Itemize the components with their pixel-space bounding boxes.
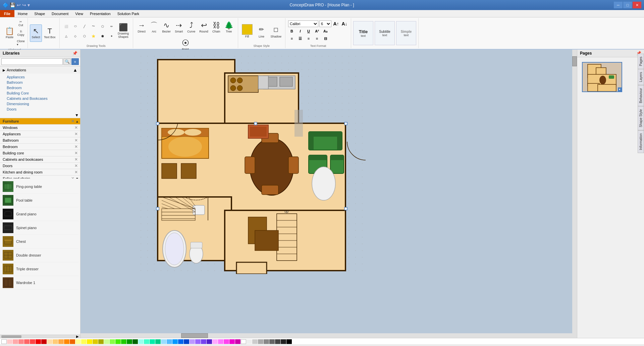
annotations-scroll-down[interactable]: ▼: [75, 113, 79, 118]
lib-appliances-close[interactable]: ✕: [73, 132, 79, 136]
color-swatch-36[interactable]: [207, 339, 212, 344]
smart-button[interactable]: ⇢ Smart: [173, 19, 185, 36]
color-swatch-9[interactable]: [53, 339, 58, 344]
quick-access-redo[interactable]: ↪: [22, 2, 26, 8]
draw-s3-button[interactable]: ⬡: [80, 31, 89, 41]
canvas-hscroll[interactable]: [80, 333, 572, 338]
round-button[interactable]: ↩ Round: [198, 19, 210, 36]
font-family-select[interactable]: Calibri: [288, 20, 318, 27]
quick-access-save[interactable]: 💾: [10, 2, 15, 8]
lib-windows[interactable]: Windows ✕: [0, 125, 80, 131]
lib-sofas-close[interactable]: ✕: [70, 176, 75, 179]
minimize-button[interactable]: ─: [614, 2, 623, 8]
menu-file[interactable]: File: [0, 10, 14, 17]
curve-button[interactable]: ⤴ Curve: [185, 19, 197, 36]
fill-button[interactable]: Fill: [240, 22, 254, 40]
shape-grand-piano[interactable]: Grand piano: [1, 207, 79, 221]
color-swatch-17[interactable]: [98, 339, 104, 344]
menu-document[interactable]: Document: [48, 10, 72, 17]
lib-doors[interactable]: Doors ✕: [0, 163, 80, 169]
quick-access-more[interactable]: ▾: [28, 2, 30, 8]
subscript-button[interactable]: A₂: [322, 28, 329, 34]
lib-bedroom-close[interactable]: ✕: [73, 144, 79, 149]
color-swatch-25[interactable]: [144, 339, 149, 344]
simple-text-button[interactable]: Simple text: [396, 21, 416, 45]
color-swatch-28[interactable]: [161, 339, 166, 344]
color-swatch-6[interactable]: [36, 339, 41, 344]
libraries-pin[interactable]: 📌: [72, 51, 77, 56]
color-swatch-43[interactable]: [252, 339, 258, 344]
color-swatch-10[interactable]: [58, 339, 64, 344]
color-swatch-15[interactable]: [87, 339, 92, 344]
textbox-button[interactable]: T Text Box: [42, 24, 57, 42]
annotation-bedroom[interactable]: Bedroom: [0, 85, 80, 90]
shadow-button[interactable]: ◻ Shadow: [269, 22, 283, 40]
align-justify-button[interactable]: ≡: [313, 35, 321, 42]
color-swatch-31[interactable]: [178, 339, 183, 344]
lib-kitchen[interactable]: Kitchen and dining room ✕: [0, 169, 80, 176]
line-button[interactable]: ✏ Line: [255, 22, 269, 40]
color-swatch-33[interactable]: [190, 339, 195, 344]
color-swatch-13[interactable]: [75, 339, 81, 344]
canvas-area[interactable]: up: [80, 50, 577, 338]
lib-furniture[interactable]: Furniture ✕ ▲: [0, 118, 80, 125]
color-swatch-7[interactable]: [41, 339, 47, 344]
draw-path-button[interactable]: ✏: [107, 22, 116, 31]
shape-triple-dresser[interactable]: Triple dresser: [1, 262, 79, 276]
title-text-button[interactable]: Title text: [353, 21, 373, 45]
annotation-bathroom[interactable]: Bathroom: [0, 80, 80, 85]
annotations-header[interactable]: ▶ Annotations ▲: [0, 66, 80, 74]
tab-shape-style[interactable]: Shape Style: [638, 106, 644, 130]
color-swatch-4[interactable]: [24, 339, 30, 344]
underline-button[interactable]: U: [305, 28, 312, 34]
font-grow-button[interactable]: A↑: [332, 20, 340, 27]
lib-windows-close[interactable]: ✕: [73, 125, 79, 130]
color-swatch-20[interactable]: [115, 339, 121, 344]
draw-s5-button[interactable]: ⬟: [98, 31, 107, 41]
shape-chest[interactable]: Chest: [1, 235, 79, 249]
draw-curve-button[interactable]: 〜: [89, 22, 98, 31]
tree-button[interactable]: 🌲 Tree: [223, 19, 235, 36]
color-swatch-22[interactable]: [127, 339, 132, 344]
color-swatch-14[interactable]: [81, 339, 87, 344]
tab-pages[interactable]: Pages: [638, 54, 644, 69]
lib-bedroom[interactable]: Bedroom ✕: [0, 144, 80, 150]
italic-button[interactable]: I: [297, 28, 304, 34]
lib-furniture-close[interactable]: ✕: [70, 119, 75, 124]
close-button[interactable]: ✕: [633, 2, 641, 8]
annotation-appliances[interactable]: Appliances: [0, 74, 80, 80]
draw-s2-button[interactable]: ◇: [71, 31, 80, 41]
color-swatch-32[interactable]: [184, 339, 189, 344]
left-panel-scroll-right[interactable]: ▶: [76, 335, 80, 338]
color-swatch-37[interactable]: [212, 339, 218, 344]
color-swatch-1[interactable]: [7, 339, 12, 344]
draw-s6-button[interactable]: ✦: [107, 31, 116, 41]
tab-layers[interactable]: Layers: [638, 69, 644, 85]
lib-kitchen-close[interactable]: ✕: [73, 170, 79, 175]
draw-s1-button[interactable]: △: [62, 31, 71, 41]
quick-access-undo[interactable]: ↩: [17, 2, 21, 8]
shape-double-dresser[interactable]: Double dresser: [1, 249, 79, 262]
house-plan[interactable]: up: [138, 53, 366, 274]
chain-button[interactable]: ⛓ Chain: [210, 19, 222, 36]
color-swatch-23[interactable]: [132, 339, 138, 344]
color-swatch-42[interactable]: [247, 339, 252, 344]
color-swatch-3[interactable]: [18, 339, 24, 344]
canvas-vscroll[interactable]: [572, 50, 577, 338]
arc-button[interactable]: ⌒ Arc: [148, 19, 160, 36]
tab-behaviour[interactable]: Behaviour: [638, 85, 644, 106]
draw-s4-button[interactable]: ⭐: [89, 31, 98, 41]
color-swatch-39[interactable]: [224, 339, 229, 344]
color-swatch-8[interactable]: [47, 339, 52, 344]
draw-ellipse-button[interactable]: ⬭: [71, 22, 80, 31]
color-swatch-44[interactable]: [258, 339, 263, 344]
menu-presentation[interactable]: Presentation: [87, 10, 114, 17]
color-white-2[interactable]: [241, 339, 246, 344]
shape-spinet-piano[interactable]: Spinet piano: [1, 221, 79, 235]
font-shrink-button[interactable]: A↓: [341, 20, 348, 27]
bold-button[interactable]: B: [288, 28, 296, 34]
cut-button[interactable]: ✂ Cut: [16, 19, 25, 28]
list-view-button[interactable]: ≡: [71, 58, 79, 65]
color-swatch-48[interactable]: [281, 339, 286, 344]
color-swatch-19[interactable]: [110, 339, 115, 344]
